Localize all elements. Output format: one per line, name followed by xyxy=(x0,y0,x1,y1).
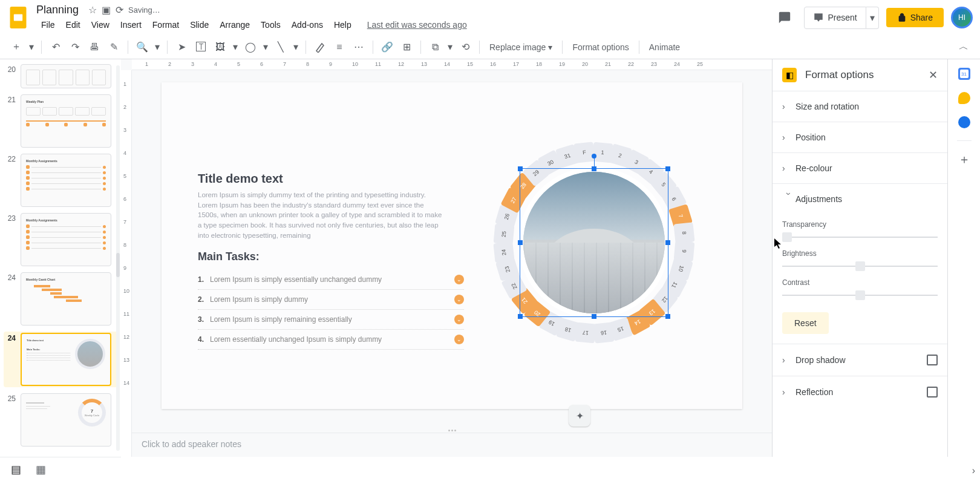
menu-addons[interactable]: Add-ons xyxy=(287,18,328,32)
link-button[interactable]: 🔗 xyxy=(378,38,396,56)
brightness-slider[interactable] xyxy=(782,260,938,272)
zoom-dropdown[interactable]: ▾ xyxy=(152,38,162,56)
menu-help[interactable]: Help xyxy=(329,18,356,32)
doc-title[interactable]: Planning xyxy=(36,4,79,16)
add-addon-icon[interactable]: ＋ xyxy=(958,153,970,165)
grid-view-button[interactable]: ▦ xyxy=(32,459,50,480)
slide-title[interactable]: Title demo text xyxy=(198,172,283,186)
replace-image-button[interactable]: Replace image▾ xyxy=(485,42,557,52)
slide-body[interactable]: Lorem Ipsum is simply dummy text of the … xyxy=(198,190,446,240)
line-tool[interactable]: ╲ xyxy=(272,38,290,56)
menu-file[interactable]: File xyxy=(36,18,60,32)
star-icon[interactable]: ☆ xyxy=(88,4,97,16)
slider-thumb[interactable] xyxy=(855,261,865,271)
task-row[interactable]: 2.Lorem Ipsum is simply dummy⌄ xyxy=(198,290,464,310)
textbox-tool[interactable]: 🅃 xyxy=(192,38,210,56)
menu-view[interactable]: View xyxy=(87,18,114,32)
new-slide-button[interactable]: ＋ xyxy=(7,38,25,56)
last-edit-link[interactable]: Last edit was seconds ago xyxy=(367,18,467,32)
comments-icon[interactable] xyxy=(773,5,797,30)
redo-button[interactable]: ↷ xyxy=(66,38,84,56)
filmstrip-view-button[interactable]: ▤ xyxy=(7,459,25,480)
print-button[interactable]: 🖶 xyxy=(85,38,103,56)
menu-format[interactable]: Format xyxy=(148,18,184,32)
slide-thumb-23[interactable]: 23 Monthly Assignments xyxy=(5,213,119,266)
select-tool[interactable]: ➤ xyxy=(172,38,191,56)
slider-thumb[interactable] xyxy=(855,290,865,300)
menu-tools[interactable]: Tools xyxy=(256,18,286,32)
new-slide-dropdown[interactable]: ▾ xyxy=(27,38,36,56)
slide-panel[interactable]: 20 21 Weekly Plan xyxy=(0,59,121,457)
present-dropdown[interactable]: ▾ xyxy=(866,7,879,29)
slidepanel-scrollbar-thumb[interactable] xyxy=(116,253,120,277)
explore-button[interactable]: ✦ xyxy=(569,405,590,427)
hide-sidepanel-button[interactable]: › xyxy=(972,465,975,476)
slide-number: 24 xyxy=(5,333,16,342)
transparency-slider[interactable] xyxy=(782,231,938,243)
present-button[interactable]: Present xyxy=(804,7,866,29)
crop-button[interactable]: ⧉ xyxy=(426,38,444,56)
position-section[interactable]: › Position xyxy=(773,122,947,152)
slide-thumb-20[interactable]: 20 xyxy=(5,64,119,88)
calendar-icon[interactable]: 31 xyxy=(958,68,970,80)
task-row[interactable]: 4.Lorem essentially unchanged Ipsum is s… xyxy=(198,330,464,350)
canvas-area: 1234567891011121314151617181920212223242… xyxy=(121,59,772,457)
slide-canvas[interactable]: Title demo text Lorem Ipsum is simply du… xyxy=(162,82,742,409)
slide-thumb-26[interactable]: 25 7 Weekly Circle xyxy=(5,393,119,447)
image-tool[interactable]: 🖼 xyxy=(211,38,229,56)
menu-slide[interactable]: Slide xyxy=(185,18,214,32)
menu-arrange[interactable]: Arrange xyxy=(215,18,255,32)
contrast-slider[interactable] xyxy=(782,289,938,301)
shape-tool[interactable]: ◯ xyxy=(241,38,260,56)
line-tool-dropdown[interactable]: ▾ xyxy=(291,38,301,56)
lock-icon xyxy=(897,13,907,22)
comment-button[interactable]: ⊞ xyxy=(397,38,416,56)
slide-thumb-24[interactable]: 24 Monthly Gantt Chart xyxy=(5,272,119,326)
slide-thumb-21[interactable]: 21 Weekly Plan xyxy=(5,94,119,148)
collapse-toolbar-button[interactable]: ︿ xyxy=(955,38,973,56)
tasks-icon[interactable] xyxy=(958,116,970,128)
task-row[interactable]: 3.Lorem Ipsum is simply remaining essent… xyxy=(198,310,464,330)
task-row[interactable]: 1.Lorem Ipsum is simply essentially unch… xyxy=(198,270,464,290)
border-color-button[interactable] xyxy=(311,38,329,56)
share-button[interactable]: Share xyxy=(886,8,944,27)
reset-button[interactable]: Reset xyxy=(782,312,829,334)
border-weight-button[interactable]: ≡ xyxy=(330,38,348,56)
menu-edit[interactable]: Edit xyxy=(61,18,85,32)
shape-tool-dropdown[interactable]: ▾ xyxy=(261,38,270,56)
reflection-checkbox[interactable] xyxy=(927,387,938,398)
zoom-button[interactable]: 🔍 xyxy=(133,38,151,56)
size-rotation-section[interactable]: › Size and rotation xyxy=(773,91,947,122)
animate-button[interactable]: Animate xyxy=(644,42,685,52)
speaker-notes[interactable]: Click to add speaker notes xyxy=(132,433,772,457)
ruler-horizontal[interactable]: 1234567891011121314151617181920212223242… xyxy=(132,59,772,70)
image-tool-dropdown[interactable]: ▾ xyxy=(230,38,240,56)
keep-icon[interactable] xyxy=(958,92,970,104)
reset-image-button[interactable]: ⟲ xyxy=(456,38,474,56)
slider-thumb[interactable] xyxy=(782,232,792,242)
user-avatar[interactable]: HI xyxy=(951,7,973,28)
drop-shadow-section[interactable]: › Drop shadow xyxy=(773,344,947,376)
reflection-section[interactable]: › Reflection xyxy=(773,376,947,408)
slide-thumb-22[interactable]: 22 Monthly Assignments xyxy=(5,154,119,207)
slides-logo[interactable] xyxy=(7,7,29,28)
circular-image[interactable] xyxy=(518,167,670,318)
day-ring-graphic[interactable]: F123456789101112131415161718192021222324… xyxy=(494,143,694,342)
slide-subtitle[interactable]: Main Tasks: xyxy=(198,250,260,263)
border-dash-button[interactable]: ⋯ xyxy=(350,38,368,56)
close-panel-button[interactable]: ✕ xyxy=(929,68,938,82)
adjustments-section[interactable]: › Adjustments xyxy=(773,184,947,214)
save-status: Saving… xyxy=(128,5,160,15)
format-options-title: Format options xyxy=(805,69,920,81)
slide-thumb-25-selected[interactable]: 24 Title demo text Main Tasks: xyxy=(4,332,119,387)
format-options-button[interactable]: Format options xyxy=(567,42,633,52)
paint-format-button[interactable]: ✎ xyxy=(105,38,123,56)
mask-dropdown[interactable]: ▾ xyxy=(445,38,455,56)
undo-button[interactable]: ↶ xyxy=(47,38,65,56)
notes-resize-handle[interactable] xyxy=(132,428,772,433)
move-icon[interactable]: ▣ xyxy=(102,4,111,16)
menu-insert[interactable]: Insert xyxy=(116,18,146,32)
drop-shadow-checkbox[interactable] xyxy=(927,355,938,365)
task-list[interactable]: 1.Lorem Ipsum is simply essentially unch… xyxy=(198,270,464,350)
recolour-section[interactable]: › Re-colour xyxy=(773,153,947,183)
